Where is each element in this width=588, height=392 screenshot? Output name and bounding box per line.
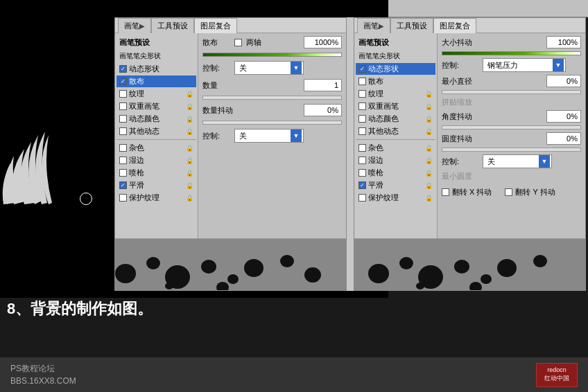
- checkbox-smooth[interactable]: [119, 181, 127, 189]
- scatter-value-input[interactable]: [304, 36, 342, 48]
- tab-right-brush[interactable]: 画笔 ▶: [357, 18, 390, 33]
- right-preset-title: 画笔预设: [356, 36, 435, 49]
- right-control-dropdown-1[interactable]: 钢笔压力 ▼: [483, 58, 566, 72]
- sidebar-item-noise[interactable]: 杂色 🔒: [116, 142, 196, 154]
- right-lock-noise: 🔒: [425, 145, 433, 152]
- checkbox-color-dynamic[interactable]: [119, 115, 127, 123]
- roundness-jitter-label: 圆度抖动: [442, 134, 480, 144]
- right-sidebar-item-texture[interactable]: 纹理 🔒: [356, 88, 435, 100]
- control-dropdown-2-arrow[interactable]: ▼: [291, 130, 302, 142]
- tab-left-tool-preset[interactable]: 工具预设: [151, 18, 194, 33]
- checkbox-scatter[interactable]: [119, 78, 127, 85]
- control-dropdown-1[interactable]: 关 ▼: [234, 61, 304, 75]
- right-checkbox-noise[interactable]: [358, 144, 366, 152]
- angle-jitter-input[interactable]: [546, 110, 581, 123]
- right-control-dropdown-1-arrow[interactable]: ▼: [553, 59, 564, 71]
- right-sidebar-item-dual-brush[interactable]: 双重画笔 🔒: [356, 100, 435, 112]
- tab-left-brush[interactable]: 画笔 ▶: [118, 18, 151, 33]
- checkbox-other-dynamic[interactable]: [119, 127, 127, 135]
- count-jitter-input[interactable]: [304, 104, 342, 116]
- footer-logo: redocn 红动中国: [536, 363, 578, 387]
- size-jitter-input[interactable]: [546, 36, 581, 48]
- sidebar-item-scatter[interactable]: 散布: [116, 75, 196, 87]
- right-checkbox-dynamic-shape[interactable]: [358, 65, 366, 73]
- right-sidebar-item-color-dynamic[interactable]: 动态颜色 🔒: [356, 113, 435, 125]
- lock-icon-dual-brush: 🔒: [186, 103, 193, 110]
- svg-point-12: [368, 264, 389, 283]
- svg-point-6: [244, 259, 263, 277]
- flip-y-checkbox[interactable]: [505, 188, 512, 196]
- svg-point-17: [497, 259, 517, 277]
- right-control-dropdown-2[interactable]: 关 ▼: [483, 154, 552, 168]
- footer-site-url: BBS.16XX8.COM: [10, 375, 76, 387]
- right-lock-wet: 🔒: [425, 157, 433, 164]
- right-checkbox-airbrush[interactable]: [358, 169, 366, 177]
- right-checkbox-wet-edge[interactable]: [358, 157, 366, 164]
- sidebar-item-airbrush[interactable]: 喷枪 🔒: [116, 167, 196, 179]
- right-sidebar-item-smooth[interactable]: 平滑 🔒: [356, 179, 435, 191]
- angle-jitter-slider[interactable]: [442, 125, 581, 130]
- right-lock-airbrush: 🔒: [425, 170, 433, 177]
- right-sidebar-item-other-dynamic[interactable]: 其他动态 🔒: [356, 125, 435, 137]
- control-dropdown-1-arrow[interactable]: ▼: [291, 62, 302, 74]
- right-checkbox-protect[interactable]: [358, 194, 366, 202]
- count-label: 数量: [202, 80, 230, 91]
- right-sidebar-item-protect[interactable]: 保护纹理 🔒: [356, 192, 435, 204]
- checkbox-protect-texture[interactable]: [119, 194, 127, 202]
- count-jitter-slider[interactable]: [202, 121, 342, 125]
- angle-jitter-slider-row: [442, 125, 581, 130]
- right-checkbox-dual-brush[interactable]: [358, 103, 366, 110]
- size-jitter-slider[interactable]: [442, 51, 581, 55]
- right-checkbox-other-dynamic[interactable]: [358, 127, 366, 135]
- right-sidebar-item-wet-edge[interactable]: 湿边 🔒: [356, 154, 435, 166]
- checkbox-wet-edge[interactable]: [119, 157, 127, 164]
- right-sidebar-item-noise[interactable]: 杂色 🔒: [356, 142, 435, 154]
- tab-left-layer-composite[interactable]: 图层复合: [194, 18, 237, 33]
- scatter-slider[interactable]: [202, 53, 342, 57]
- svg-point-18: [533, 255, 547, 267]
- checkbox-dual-brush[interactable]: [119, 103, 127, 110]
- sidebar-item-dynamic-shape[interactable]: 动态形状: [116, 63, 196, 75]
- checkbox-texture[interactable]: [119, 90, 127, 98]
- sidebar-item-other-dynamic[interactable]: 其他动态 🔒: [116, 125, 196, 137]
- sidebar-item-texture[interactable]: 纹理 🔒: [116, 88, 196, 100]
- tab-right-layer-composite[interactable]: 图层复合: [433, 18, 476, 33]
- right-control-dropdown-2-arrow[interactable]: ▼: [539, 155, 550, 168]
- count-slider[interactable]: [202, 96, 342, 100]
- sidebar-item-color-dynamic[interactable]: 动态颜色 🔒: [116, 113, 196, 125]
- min-roundness-row: 最小圆度: [442, 171, 581, 181]
- right-checkbox-color-dynamic[interactable]: [358, 115, 366, 123]
- count-value-input[interactable]: [304, 79, 342, 91]
- footer-site-info: PS教程论坛 BBS.16XX8.COM: [10, 362, 76, 387]
- flip-x-checkbox[interactable]: [442, 188, 449, 196]
- svg-point-16: [481, 274, 492, 284]
- checkbox-dynamic-shape[interactable]: [119, 65, 127, 73]
- control-dropdown-2[interactable]: 关 ▼: [234, 129, 304, 143]
- right-lock-dual: 🔒: [425, 103, 433, 110]
- sidebar-item-smooth[interactable]: 平滑 🔒: [116, 179, 196, 191]
- left-panel-preview: [115, 238, 346, 290]
- checkbox-airbrush[interactable]: [119, 169, 127, 177]
- two-axis-checkbox[interactable]: [234, 39, 242, 46]
- scatter-label: 散布: [202, 37, 230, 48]
- sidebar-item-wet-edge[interactable]: 湿边 🔒: [116, 154, 196, 166]
- right-checkbox-smooth[interactable]: [358, 181, 366, 189]
- right-sidebar-item-scatter[interactable]: 散布: [356, 75, 435, 87]
- svg-rect-11: [354, 239, 585, 290]
- roundness-jitter-input[interactable]: [546, 132, 581, 145]
- right-checkbox-texture[interactable]: [358, 90, 366, 98]
- checkbox-noise[interactable]: [119, 144, 127, 152]
- min-diameter-input[interactable]: [546, 75, 581, 87]
- count-jitter-row: 数量抖动: [202, 104, 342, 116]
- left-panel-tabs: 画笔 ▶ 工具预设 图层复合: [115, 18, 346, 33]
- roundness-slider[interactable]: [442, 148, 581, 152]
- right-sidebar-item-airbrush[interactable]: 喷枪 🔒: [356, 167, 435, 179]
- right-checkbox-scatter[interactable]: [358, 78, 366, 85]
- min-diameter-slider[interactable]: [442, 90, 581, 94]
- sidebar-item-dual-brush[interactable]: 双重画笔 🔒: [116, 100, 196, 112]
- right-sidebar-item-dynamic-shape[interactable]: 动态形状: [356, 63, 435, 75]
- tab-right-tool-preset[interactable]: 工具预设: [390, 18, 433, 33]
- sidebar-item-protect-texture[interactable]: 保护纹理 🔒: [116, 192, 196, 204]
- right-lock-color: 🔒: [425, 116, 433, 123]
- right-lock-protect: 🔒: [425, 195, 433, 202]
